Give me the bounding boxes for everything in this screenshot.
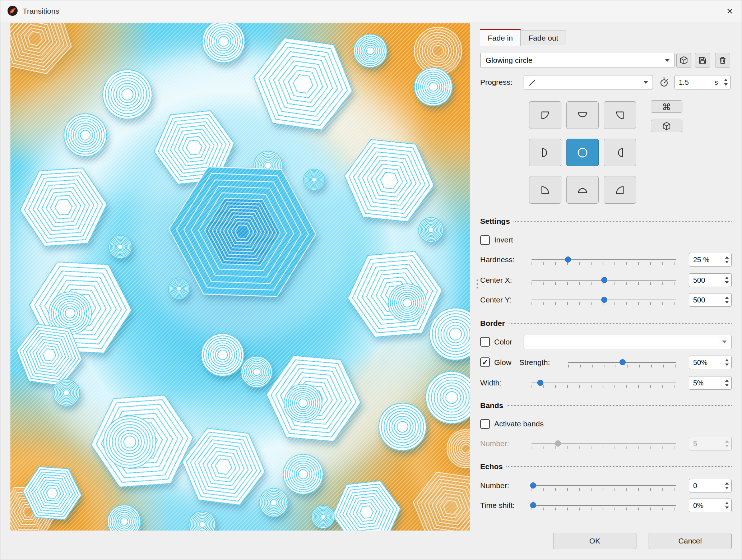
spin-arrows[interactable] <box>725 376 729 389</box>
center-x-slider[interactable] <box>532 272 676 288</box>
center-x-slider-thumb[interactable] <box>601 277 607 283</box>
slider-ticks <box>532 508 676 510</box>
border-width-slider[interactable] <box>532 375 676 391</box>
strength-spinbox[interactable]: 50% <box>689 356 732 369</box>
slider-track[interactable] <box>532 383 676 383</box>
cancel-button[interactable]: Cancel <box>649 533 732 549</box>
origin-bottom-right-button[interactable] <box>604 176 636 204</box>
transitions-dialog: Transitions × <box>0 0 742 560</box>
spin-arrows <box>725 437 729 450</box>
spin-arrows[interactable] <box>724 75 728 89</box>
border-header-text: Border <box>480 319 505 328</box>
progress-curve-select[interactable] <box>524 75 653 89</box>
save-icon <box>698 56 707 65</box>
slider-track[interactable] <box>532 259 676 260</box>
border-color-checkbox[interactable] <box>480 337 490 347</box>
progress-label: Progress: <box>480 75 513 89</box>
origin-bottom-right-icon <box>612 182 628 198</box>
strength-slider[interactable] <box>568 355 676 370</box>
origin-bottom-left-button[interactable] <box>529 176 561 204</box>
echos-number-label: Number: <box>480 478 509 494</box>
duration-spinbox[interactable]: 1.5 s <box>674 75 731 89</box>
glow-checkbox[interactable]: ✓ <box>480 357 490 367</box>
dotted-separator <box>514 221 732 222</box>
duration-value: 1.5 <box>679 75 689 89</box>
time-shift-spinbox[interactable]: 0% <box>689 499 732 512</box>
echos-number-spinbox[interactable]: 0 <box>689 479 732 492</box>
linear-curve-icon <box>528 79 536 87</box>
delete-preset-button[interactable] <box>715 53 730 68</box>
slider-track[interactable] <box>532 485 676 486</box>
spin-arrows[interactable] <box>725 293 729 306</box>
center-y-spinbox[interactable]: 500 <box>689 293 732 307</box>
echos-number-row: Number: 0 <box>480 478 732 494</box>
bands-number-row: Number: 5 <box>480 436 732 452</box>
center-y-slider-thumb[interactable] <box>601 297 607 303</box>
grid-separator <box>644 99 644 204</box>
spin-arrows[interactable] <box>725 356 729 369</box>
chevron-down-icon <box>643 81 648 84</box>
tab-fade-out[interactable]: Fade out <box>521 31 566 45</box>
glow-label: Glow <box>494 355 511 370</box>
echos-number-slider-thumb[interactable] <box>530 482 536 489</box>
origin-bottom-button[interactable] <box>566 176 599 204</box>
hardness-slider[interactable] <box>532 252 676 268</box>
time-shift-row: Time shift: 0% <box>480 497 732 513</box>
ok-button[interactable]: OK <box>553 533 636 549</box>
duration-timer-button[interactable] <box>659 77 669 89</box>
time-shift-slider[interactable] <box>532 497 676 513</box>
time-shift-slider-thumb[interactable] <box>530 502 536 508</box>
dotted-separator <box>507 405 732 406</box>
bands-number-spinbox: 5 <box>689 437 732 450</box>
app-icon <box>7 5 18 17</box>
glow-row: ✓ Glow Strength: 50% <box>480 355 732 370</box>
strength-slider-thumb[interactable] <box>620 359 626 365</box>
origin-top-right-button[interactable] <box>604 101 636 129</box>
dotted-separator <box>506 466 732 467</box>
origin-center-button[interactable] <box>566 139 599 166</box>
echos-section-header: Echos <box>480 461 732 472</box>
invert-checkbox[interactable] <box>480 235 490 245</box>
activate-bands-label: Activate bands <box>494 420 544 428</box>
spin-arrows[interactable] <box>725 253 729 266</box>
center-x-spinbox[interactable]: 500 <box>689 273 732 287</box>
spin-arrows[interactable] <box>725 499 729 512</box>
bands-number-label: Number: <box>480 436 509 452</box>
chevron-down-icon <box>665 59 670 62</box>
origin-right-button[interactable] <box>604 139 636 166</box>
origin-top-left-button[interactable] <box>529 101 561 129</box>
spin-arrows[interactable] <box>725 479 729 492</box>
hardness-spinbox[interactable]: 25 % <box>689 253 732 267</box>
transition-preview <box>10 23 470 531</box>
command-button[interactable] <box>651 100 682 113</box>
origin-top-left-icon <box>537 107 553 124</box>
origin-left-button[interactable] <box>529 139 561 166</box>
activate-bands-checkbox[interactable] <box>480 419 490 429</box>
spin-arrows[interactable] <box>725 274 729 287</box>
preset-select[interactable]: Glowing circle <box>480 53 674 68</box>
close-button[interactable]: × <box>718 0 742 22</box>
center-y-slider[interactable] <box>532 292 676 308</box>
center-y-row: Center Y: 500 <box>480 292 732 308</box>
strength-label: Strength: <box>519 355 550 370</box>
border-color-select[interactable] <box>524 335 732 349</box>
slider-track <box>532 443 676 444</box>
stopwatch-icon <box>659 77 669 88</box>
hardness-value: 25 % <box>693 253 710 266</box>
invert-label: Invert <box>494 236 513 244</box>
origin-top-button[interactable] <box>566 101 599 129</box>
save-preset-button[interactable] <box>695 53 710 68</box>
package-button[interactable] <box>676 53 691 68</box>
border-width-spinbox[interactable]: 5% <box>689 376 732 390</box>
slider-ticks <box>532 446 676 449</box>
tab-fade-in[interactable]: Fade in <box>480 29 521 46</box>
command-icon <box>662 102 671 111</box>
package-icon <box>679 56 688 65</box>
center-x-value: 500 <box>693 274 705 287</box>
origin-right-icon <box>612 144 628 161</box>
slider-ticks <box>532 488 676 491</box>
slider-track[interactable] <box>532 505 676 506</box>
echos-number-slider[interactable] <box>532 478 676 494</box>
cube-button[interactable] <box>651 120 682 132</box>
hardness-slider-thumb[interactable] <box>565 256 571 263</box>
